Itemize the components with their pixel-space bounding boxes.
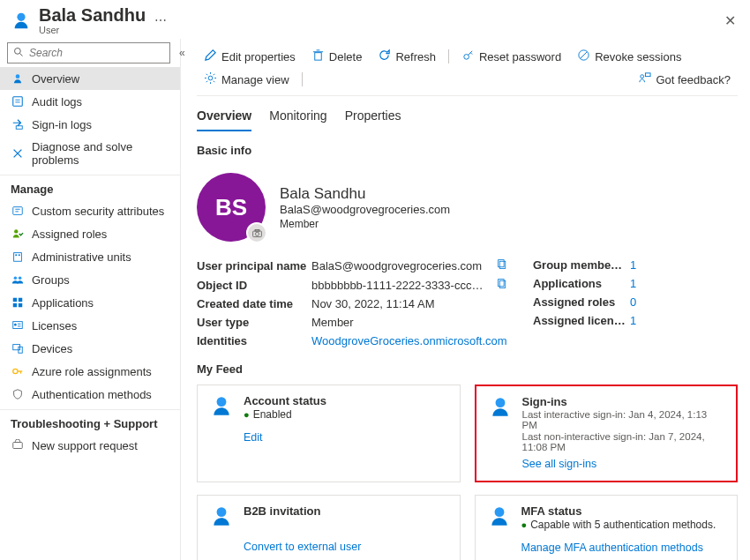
svg-line-36 (581, 52, 588, 59)
card-status: Enabled (253, 408, 292, 421)
cmd-label: Edit properties (221, 50, 296, 63)
svg-rect-14 (19, 254, 20, 256)
camera-icon (251, 228, 263, 239)
copy-upn-button[interactable] (497, 258, 508, 273)
convert-link[interactable]: Convert to external user (244, 541, 361, 553)
refresh-button[interactable]: Refresh (371, 46, 443, 67)
svg-point-38 (641, 75, 644, 78)
delete-button[interactable]: Delete (304, 46, 370, 67)
search-input[interactable] (27, 46, 164, 60)
nav-label: Azure role assignments (32, 365, 152, 378)
pencil-icon (204, 49, 217, 64)
separator (448, 49, 449, 63)
svg-rect-20 (19, 303, 22, 307)
created-value: Nov 30, 2022, 11:14 AM (311, 297, 508, 310)
svg-line-2 (20, 53, 23, 56)
cmd-label: Refresh (395, 50, 436, 63)
tab-properties[interactable]: Properties (345, 105, 401, 131)
manage-mfa-link[interactable]: Manage MFA authentication methods (521, 541, 703, 554)
nav-groups[interactable]: Groups (0, 268, 180, 291)
reset-password-button[interactable]: Reset password (454, 46, 568, 67)
page-subtitle: User (39, 25, 146, 35)
nav-new-support-request[interactable]: New support request (0, 434, 180, 457)
tag-icon (11, 204, 25, 218)
usertype-label: User type (197, 316, 311, 329)
nav-overview[interactable]: Overview (0, 67, 180, 90)
nav-label: Overview (32, 72, 79, 86)
nav-signin-logs[interactable]: Sign-in logs (0, 113, 180, 136)
profile-block: BS Bala Sandhu BalaS@woodgrovegroceries.… (197, 166, 738, 256)
card-mfa: MFA status ●Capable with 5 authenticatio… (475, 495, 739, 560)
svg-rect-30 (13, 443, 23, 449)
lic-value[interactable]: 1 (630, 314, 738, 327)
svg-point-22 (14, 324, 17, 326)
svg-point-16 (19, 277, 22, 280)
svg-point-49 (217, 507, 227, 517)
profile-name: Bala Sandhu (280, 185, 450, 203)
apps-label: Applications (533, 277, 630, 290)
feedback-button[interactable]: Got feedback? (631, 69, 738, 90)
close-button[interactable]: ✕ (721, 9, 739, 33)
search-icon (13, 47, 24, 60)
nav-devices[interactable]: Devices (0, 337, 180, 360)
nav-azure-roles[interactable]: Azure role assignments (0, 360, 180, 383)
cmd-label: Delete (329, 50, 363, 63)
svg-rect-13 (15, 254, 17, 256)
nav-applications[interactable]: Applications (0, 291, 180, 314)
profile-email: BalaS@woodgrovegroceries.com (280, 203, 450, 216)
nav-diagnose[interactable]: Diagnose and solve problems (0, 136, 180, 171)
device-icon (11, 341, 25, 355)
nav-admin-units[interactable]: Administrative units (0, 245, 180, 268)
nav-label: Devices (32, 342, 72, 355)
roles-value[interactable]: 0 (630, 295, 738, 309)
trash-icon (311, 49, 325, 64)
my-feed-heading: My Feed (197, 362, 738, 376)
nav-label: New support request (32, 439, 138, 452)
edit-properties-button[interactable]: Edit properties (197, 46, 303, 67)
see-all-signins-link[interactable]: See all sign-ins (522, 458, 597, 470)
svg-rect-17 (13, 298, 17, 302)
nav-audit-logs[interactable]: Audit logs (0, 90, 180, 113)
roles-label: Assigned roles (533, 295, 630, 309)
edit-link[interactable]: Edit (244, 431, 263, 444)
tab-overview[interactable]: Overview (197, 105, 251, 131)
apps-value[interactable]: 1 (630, 277, 738, 290)
nav-auth-methods[interactable]: Authentication methods (0, 383, 180, 406)
group-label: Group membe… (533, 258, 630, 272)
more-menu-button[interactable]: ⋯ (154, 13, 168, 27)
wrench-icon (11, 146, 25, 161)
cmd-label: Manage view (221, 73, 289, 86)
card-title: Sign-ins (522, 395, 724, 408)
search-box[interactable] (7, 42, 170, 63)
cmd-label: Revoke sessions (595, 50, 681, 63)
refresh-icon (378, 49, 391, 64)
tabs: Overview Monitoring Properties (197, 96, 738, 131)
support-icon (11, 438, 25, 452)
edit-photo-button[interactable] (246, 222, 267, 243)
tab-monitoring[interactable]: Monitoring (269, 105, 326, 131)
oid-value: bbbbbbbb-1111-2222-3333-cccccccccccc (311, 279, 488, 292)
block-icon (577, 49, 590, 64)
manage-view-button[interactable]: Manage view (197, 69, 296, 90)
usertype-value: Member (311, 316, 508, 329)
group-value[interactable]: 1 (630, 258, 738, 272)
grid-icon (11, 295, 25, 310)
svg-point-11 (14, 229, 18, 233)
svg-rect-42 (255, 229, 259, 231)
revoke-sessions-button[interactable]: Revoke sessions (570, 46, 688, 67)
identities-label: Identities (197, 334, 311, 347)
nav-label: Administrative units (32, 250, 131, 264)
copy-oid-button[interactable] (497, 278, 508, 292)
nav-custom-security[interactable]: Custom security attributes (0, 199, 180, 222)
card-signins: Sign-ins Last interactive sign-in: Jan 4… (475, 385, 739, 482)
identities-value[interactable]: WoodgroveGroceries.onmicrosoft.com (311, 334, 508, 347)
nav-assigned-roles[interactable]: Assigned roles (0, 222, 180, 245)
svg-point-41 (255, 232, 259, 235)
people-icon (11, 273, 25, 287)
nav-label: Sign-in logs (32, 118, 92, 131)
signins-line2: Last non-interactive sign-in: Jan 7, 202… (522, 431, 724, 452)
lic-label: Assigned licen… (533, 314, 630, 327)
nav-licenses[interactable]: Licenses (0, 314, 180, 337)
list-icon (11, 94, 25, 108)
basic-info-heading: Basic info (197, 144, 738, 157)
